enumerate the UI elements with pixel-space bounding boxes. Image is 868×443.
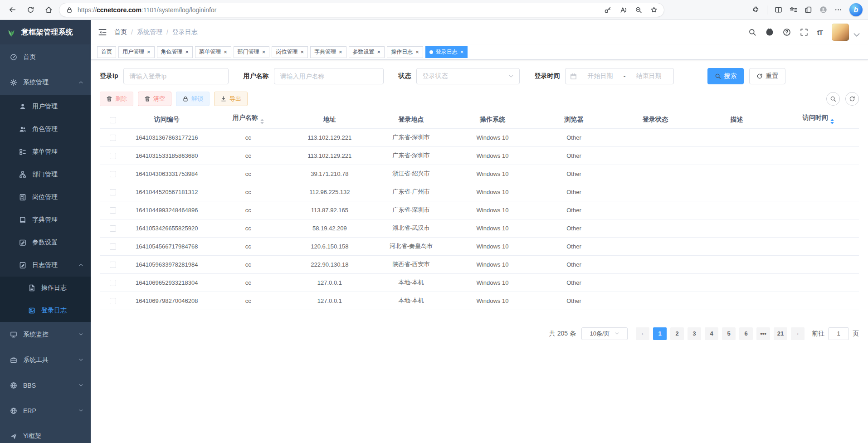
tab-role[interactable]: 角色管理× bbox=[157, 46, 193, 58]
tab-close-icon[interactable]: × bbox=[377, 49, 381, 55]
browser-back-icon[interactable] bbox=[5, 3, 19, 17]
sidebar-item-posts[interactable]: 岗位管理 bbox=[0, 186, 91, 209]
address-bar[interactable]: https://ccnetcore.com:1101/system/log/lo… bbox=[59, 3, 664, 17]
column-header[interactable]: 访问时间 bbox=[777, 112, 859, 128]
pagination-next[interactable]: › bbox=[791, 327, 805, 340]
tab-close-icon[interactable]: × bbox=[300, 49, 304, 55]
browser-home-icon[interactable] bbox=[42, 3, 55, 17]
refresh-table-button[interactable] bbox=[845, 92, 859, 106]
pagination-page-6[interactable]: 6 bbox=[739, 327, 753, 340]
sidebar-item-bbs[interactable]: BBS bbox=[0, 373, 91, 398]
header-search-icon[interactable] bbox=[748, 28, 756, 36]
clear-button[interactable]: 清空 bbox=[138, 92, 171, 106]
tab-param[interactable]: 参数设置× bbox=[349, 46, 385, 58]
sidebar-item-roles[interactable]: 角色管理 bbox=[0, 118, 91, 141]
sidebar-item-tools[interactable]: 系统工具 bbox=[0, 347, 91, 373]
date-range-picker[interactable]: 开始日期 - 结束日期 bbox=[565, 68, 674, 84]
row-checkbox[interactable] bbox=[110, 207, 116, 214]
sort-icon[interactable] bbox=[830, 117, 834, 126]
row-checkbox[interactable] bbox=[110, 225, 116, 232]
avatar-dropdown-icon[interactable] bbox=[853, 31, 861, 39]
sidebar-item-operlog[interactable]: 操作日志 bbox=[0, 277, 91, 299]
sidebar-item-system[interactable]: 系统管理 bbox=[0, 70, 91, 95]
help-icon[interactable] bbox=[783, 28, 791, 36]
sidebar-item-depts[interactable]: 部门管理 bbox=[0, 163, 91, 186]
read-aloud-icon[interactable] bbox=[619, 6, 627, 14]
row-checkbox[interactable] bbox=[110, 135, 116, 141]
breadcrumb-system[interactable]: 系统管理 bbox=[137, 28, 162, 36]
favorite-add-icon[interactable] bbox=[650, 6, 658, 14]
row-checkbox[interactable] bbox=[110, 189, 116, 195]
password-icon[interactable] bbox=[604, 6, 611, 14]
row-checkbox[interactable] bbox=[110, 298, 116, 304]
search-button[interactable]: 搜索 bbox=[707, 68, 744, 84]
status-select[interactable]: 登录状态 bbox=[416, 68, 520, 84]
row-checkbox[interactable] bbox=[110, 153, 116, 159]
site-lock-icon[interactable] bbox=[66, 6, 73, 14]
pagination-prev[interactable]: ‹ bbox=[636, 327, 649, 340]
delete-button[interactable]: 删除 bbox=[100, 92, 133, 106]
pagination-page-5[interactable]: 5 bbox=[722, 327, 736, 340]
split-screen-icon[interactable] bbox=[775, 6, 782, 14]
tab-home[interactable]: 首页 bbox=[97, 46, 116, 58]
github-icon[interactable] bbox=[766, 28, 774, 36]
pagination-more[interactable]: ••• bbox=[756, 327, 770, 340]
column-header[interactable]: 用户名称 bbox=[208, 112, 289, 128]
toggle-search-button[interactable] bbox=[826, 92, 840, 106]
browser-menu-icon[interactable] bbox=[834, 6, 842, 14]
reset-button[interactable]: 重置 bbox=[749, 68, 785, 84]
tab-close-icon[interactable]: × bbox=[147, 49, 151, 55]
unlock-button[interactable]: 解锁 bbox=[176, 92, 210, 106]
tab-post[interactable]: 岗位管理× bbox=[272, 46, 308, 58]
pagination-page-2[interactable]: 2 bbox=[670, 327, 684, 340]
tab-close-icon[interactable]: × bbox=[262, 49, 266, 55]
sidebar-item-erp[interactable]: ERP bbox=[0, 398, 91, 424]
sidebar-item-loginlog[interactable]: 登录日志 bbox=[0, 299, 91, 322]
page-size-select[interactable]: 10条/页 bbox=[581, 327, 628, 340]
sidebar-item-users[interactable]: 用户管理 bbox=[0, 95, 91, 118]
tab-dict[interactable]: 字典管理× bbox=[310, 46, 346, 58]
browser-reload-icon[interactable] bbox=[24, 3, 37, 17]
sidebar-item-dicts[interactable]: 字典管理 bbox=[0, 209, 91, 231]
tab-close-icon[interactable]: × bbox=[224, 49, 227, 55]
tab-operlog[interactable]: 操作日志× bbox=[387, 46, 423, 58]
tab-loginlog[interactable]: 登录日志× bbox=[425, 46, 468, 58]
sidebar-item-logmgmt[interactable]: 日志管理 bbox=[0, 254, 91, 277]
row-checkbox[interactable] bbox=[110, 280, 116, 286]
zoom-out-icon[interactable] bbox=[635, 6, 642, 14]
ip-input[interactable] bbox=[123, 68, 229, 84]
goto-page-input[interactable] bbox=[828, 327, 849, 340]
collections-icon[interactable] bbox=[805, 6, 812, 14]
tab-user[interactable]: 用户管理× bbox=[118, 46, 155, 58]
sidebar-item-monitor[interactable]: 系统监控 bbox=[0, 322, 91, 347]
tab-close-icon[interactable]: × bbox=[415, 49, 419, 55]
sidebar-item-home[interactable]: 首页 bbox=[0, 44, 91, 70]
select-all-checkbox[interactable] bbox=[110, 117, 116, 123]
pagination-page-3[interactable]: 3 bbox=[688, 327, 701, 340]
breadcrumb-home[interactable]: 首页 bbox=[114, 28, 127, 36]
row-checkbox[interactable] bbox=[110, 262, 116, 268]
avatar[interactable] bbox=[832, 24, 849, 41]
export-button[interactable]: 导出 bbox=[214, 92, 248, 106]
tab-dept[interactable]: 部门管理× bbox=[234, 46, 270, 58]
sort-icon[interactable] bbox=[260, 117, 264, 126]
tab-close-icon[interactable]: × bbox=[185, 49, 189, 55]
tab-close-icon[interactable]: × bbox=[339, 49, 342, 55]
fullscreen-icon[interactable] bbox=[800, 28, 808, 36]
pagination-page-21[interactable]: 21 bbox=[774, 327, 787, 340]
tab-menu[interactable]: 菜单管理× bbox=[195, 46, 231, 58]
username-input[interactable] bbox=[274, 68, 384, 84]
sidebar-collapse-icon[interactable] bbox=[98, 28, 107, 37]
pagination-page-1[interactable]: 1 bbox=[653, 327, 667, 340]
sidebar-item-params[interactable]: 参数设置 bbox=[0, 231, 91, 254]
extensions-icon[interactable] bbox=[752, 6, 760, 14]
sidebar-item-yi[interactable]: Yi框架 bbox=[0, 424, 91, 443]
row-checkbox[interactable] bbox=[110, 243, 116, 250]
bing-copilot-icon[interactable]: b bbox=[849, 3, 863, 16]
favorites-icon[interactable] bbox=[790, 6, 797, 14]
sidebar-item-menus[interactable]: 菜单管理 bbox=[0, 141, 91, 163]
tab-close-icon[interactable]: × bbox=[460, 49, 464, 55]
pagination-page-4[interactable]: 4 bbox=[705, 327, 718, 340]
font-size-icon[interactable]: tT bbox=[817, 29, 823, 36]
browser-profile-icon[interactable] bbox=[819, 6, 827, 14]
